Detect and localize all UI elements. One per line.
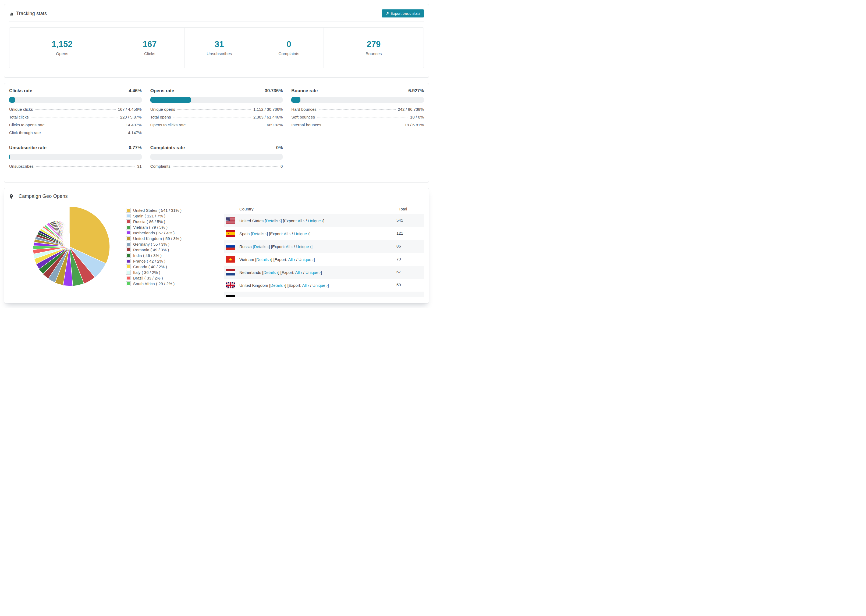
total-cell: 59 — [397, 283, 401, 287]
details-link[interactable]: Details › — [256, 257, 271, 262]
details-link[interactable]: Details › — [254, 244, 269, 249]
legend-item: South Africa ( 29 / 2% ) — [126, 281, 217, 286]
rate-value: 0.77% — [129, 145, 142, 151]
rate-detail-label: Soft bounces — [291, 115, 315, 119]
rate-title: Bounce rate — [291, 88, 318, 94]
legend-label: France ( 42 / 2% ) — [133, 259, 165, 263]
export-all-link[interactable]: All › — [295, 270, 302, 275]
total-cell: 67 — [397, 270, 401, 274]
legend-item: Spain ( 121 / 7% ) — [126, 213, 217, 219]
total-cell: 541 — [397, 218, 403, 223]
tracking-stats-card: Tracking stats Export basic stats 1,152O… — [4, 4, 429, 78]
legend-swatch — [126, 264, 131, 269]
legend-item: Russia ( 86 / 5% ) — [126, 219, 217, 225]
details-link[interactable]: Details › — [270, 283, 285, 288]
summary-label: Complaints — [279, 51, 299, 56]
summary-label: Clicks — [144, 51, 155, 56]
legend-swatch — [126, 231, 131, 235]
rate-value: 4.46% — [129, 88, 142, 94]
legend-swatch — [126, 208, 131, 212]
flag-es-icon — [226, 230, 235, 237]
summary-label: Opens — [56, 51, 68, 56]
export-unique-link[interactable]: Unique › — [308, 218, 323, 223]
rate-detail-row: Unique clicks167 / 4.456% — [9, 107, 142, 115]
dotted-leader — [177, 109, 251, 110]
legend-swatch — [126, 214, 131, 218]
campaign-geo-opens-card: Campaign Geo Opens United States ( 541 /… — [4, 188, 429, 303]
legend-swatch — [126, 276, 131, 280]
details-link[interactable]: Details › — [252, 231, 267, 236]
dotted-leader — [173, 117, 251, 118]
rate-detail-row: Internal bounces19 / 6.81% — [291, 123, 424, 130]
legend-item: Germany ( 55 / 3% ) — [126, 241, 217, 247]
rate-detail-label: Hard bounces — [291, 107, 316, 112]
table-row: Netherlands [Details ›] [Export: All › /… — [224, 266, 424, 279]
legend-item: Romania ( 49 / 3% ) — [126, 247, 217, 253]
geo-table-header: Country Total — [224, 204, 424, 214]
rate-detail-value: 31 — [137, 164, 142, 168]
summary-cell-clicks: 167Clicks — [115, 28, 185, 68]
legend-item: Italy ( 36 / 2% ) — [126, 270, 217, 275]
rate-value: 6.927% — [408, 88, 424, 94]
rate-detail-label: Total opens — [150, 115, 171, 119]
dotted-leader — [323, 125, 402, 125]
legend-swatch — [126, 242, 131, 247]
summary-stats-row: 1,152Opens167Clicks31Unsubscribes0Compla… — [9, 27, 424, 68]
table-row — [224, 292, 424, 297]
rate-detail-value: 2,303 / 61.446% — [254, 115, 283, 119]
rate-detail-value: 0 — [280, 164, 283, 168]
export-all-link[interactable]: All › — [284, 231, 291, 236]
summary-cell-opens: 1,152Opens — [9, 28, 115, 68]
export-unique-link[interactable]: Unique › — [296, 244, 312, 249]
rate-block-bounce: Bounce rate6.927%Hard bounces242 / 86.73… — [291, 88, 424, 138]
export-unique-link[interactable]: Unique › — [294, 231, 309, 236]
legend-label: Germany ( 55 / 3% ) — [133, 242, 169, 247]
total-cell: 86 — [397, 244, 401, 248]
rate-title: Complaints rate — [150, 145, 185, 151]
rates-card: Clicks rate4.46%Unique clicks167 / 4.456… — [4, 83, 429, 182]
export-all-link[interactable]: All › — [288, 257, 295, 262]
legend-item: Brazil ( 33 / 2% ) — [126, 275, 217, 281]
summary-cell-unsubscribes: 31Unsubscribes — [184, 28, 254, 68]
rates-top-row: Clicks rate4.46%Unique clicks167 / 4.456… — [9, 88, 424, 138]
rate-progress-fill — [9, 97, 15, 103]
legend-label: Brazil ( 33 / 2% ) — [133, 276, 163, 280]
summary-value: 167 — [143, 39, 157, 49]
geo-title: Campaign Geo Opens — [19, 193, 68, 199]
country-cell: United Kingdom [Details ›] [Export: All … — [239, 283, 329, 288]
legend-label: Spain ( 121 / 7% ) — [133, 214, 165, 218]
rate-progress-track — [150, 97, 283, 103]
rate-title: Unsubscribe rate — [9, 145, 47, 151]
export-unique-link[interactable]: Unique › — [313, 283, 328, 288]
details-link[interactable]: Details › — [266, 218, 280, 223]
rates-bottom-row: Unsubscribe rate0.77%Unsubscribes31Compl… — [9, 145, 424, 172]
summary-cell-complaints: 0Complaints — [254, 28, 324, 68]
table-row: United States [Details ›] [Export: All ›… — [224, 214, 424, 227]
dotted-leader — [47, 125, 124, 125]
rate-detail-label: Internal bounces — [291, 123, 321, 127]
legend-label: Italy ( 36 / 2% ) — [133, 270, 160, 275]
details-link[interactable]: Details › — [263, 270, 278, 275]
rate-detail-value: 167 / 4.456% — [118, 107, 142, 112]
country-cell: United States [Details ›] [Export: All ›… — [239, 218, 324, 223]
rate-detail-row: Hard bounces242 / 86.738% — [291, 107, 424, 115]
legend-item: United Kingdom ( 59 / 3% ) — [126, 236, 217, 241]
export-all-link[interactable]: All › — [302, 283, 309, 288]
legend-label: Romania ( 49 / 3% ) — [133, 248, 169, 252]
tracking-stats-header: Tracking stats Export basic stats — [9, 9, 424, 18]
flag-us-icon — [226, 217, 235, 224]
export-unique-link[interactable]: Unique › — [299, 257, 314, 262]
rate-detail-value: 1,152 / 30.736% — [254, 107, 283, 112]
rate-detail-value: 242 / 86.738% — [398, 107, 424, 112]
country-cell: Vietnam [Details ›] [Export: All › / Uni… — [239, 257, 315, 262]
export-unique-link[interactable]: Unique › — [305, 270, 321, 275]
export-basic-stats-button[interactable]: Export basic stats — [382, 9, 424, 17]
export-all-link[interactable]: All › — [286, 244, 293, 249]
legend-label: United States ( 541 / 31% ) — [133, 208, 181, 212]
export-all-link[interactable]: All › — [298, 218, 305, 223]
rate-detail-value: 689.82% — [267, 123, 283, 127]
rate-progress-track — [9, 97, 142, 103]
legend-item: Netherlands ( 67 / 4% ) — [126, 230, 217, 236]
rate-detail-row: Opens to clicks rate689.82% — [150, 123, 283, 130]
rate-detail-value: 220 / 5.87% — [120, 115, 142, 119]
